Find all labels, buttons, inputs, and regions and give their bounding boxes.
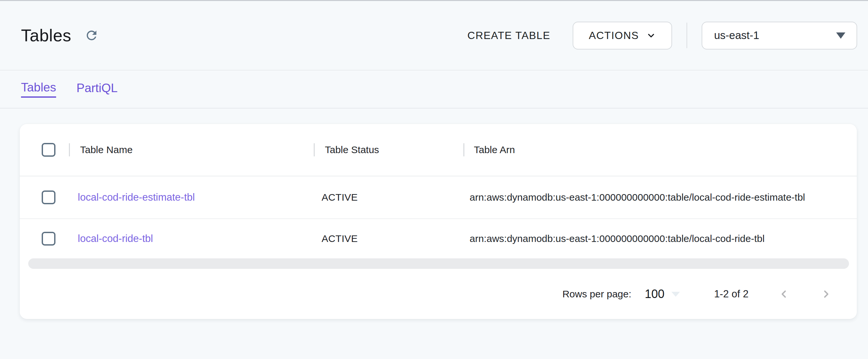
chevron-right-icon <box>820 288 832 300</box>
select-all-cell <box>20 143 69 157</box>
header-actions: CREATE TABLE ACTIONS us-east-1 <box>465 22 857 50</box>
column-header-table-status: Table Status <box>314 144 463 155</box>
refresh-button[interactable] <box>84 28 99 43</box>
table-name-link[interactable]: local-cod-ride-tbl <box>78 233 153 244</box>
horizontal-scrollbar-track <box>28 258 849 269</box>
column-divider <box>463 143 464 156</box>
chevron-left-icon <box>778 288 790 300</box>
table-arn-cell: arn:aws:dynamodb:us-east-1:000000000000:… <box>463 233 857 244</box>
table-row: local-cod-ride-tbl ACTIVE arn:aws:dynamo… <box>20 219 857 258</box>
create-table-button[interactable]: CREATE TABLE <box>465 26 552 45</box>
column-header-label: Table Name <box>69 144 314 155</box>
header-left: Tables <box>21 26 99 45</box>
main-content: Table Name Table Status Table Arn local-… <box>0 108 868 319</box>
tab-bar: Tables PartiQL <box>0 70 868 108</box>
column-header-table-name: Table Name <box>69 144 314 155</box>
column-header-label: Table Arn <box>463 144 847 155</box>
table-header-row: Table Name Table Status Table Arn <box>20 124 857 176</box>
table-name-link[interactable]: local-cod-ride-estimate-tbl <box>78 192 195 203</box>
tab-partiql[interactable]: PartiQL <box>76 81 118 97</box>
row-checkbox[interactable] <box>42 232 56 246</box>
row-checkbox[interactable] <box>42 191 56 204</box>
column-divider <box>69 143 70 156</box>
row-checkbox-cell <box>20 232 69 246</box>
column-header-table-arn: Table Arn <box>463 144 857 155</box>
tables-card: Table Name Table Status Table Arn local-… <box>20 124 857 319</box>
app-screen: Tables CREATE TABLE ACTIONS us-east-1 <box>0 0 868 359</box>
chevron-down-icon <box>646 31 656 40</box>
horizontal-scrollbar-thumb[interactable] <box>28 258 849 269</box>
region-select-value: us-east-1 <box>714 29 760 42</box>
arn-text: arn:aws:dynamodb:us-east-1:000000000000:… <box>470 233 765 244</box>
actions-button-label: ACTIONS <box>589 30 639 42</box>
header-divider <box>686 23 687 48</box>
rows-per-page-value: 100 <box>645 287 664 301</box>
page-title: Tables <box>21 26 71 45</box>
dropdown-arrow-icon <box>836 32 845 39</box>
actions-button[interactable]: ACTIONS <box>572 22 672 50</box>
rows-per-page-dropdown-icon <box>672 292 680 297</box>
page-header: Tables CREATE TABLE ACTIONS us-east-1 <box>0 1 868 70</box>
pagination-bar: Rows per page: 100 1-2 of 2 <box>20 269 857 319</box>
table-status-cell: ACTIVE <box>314 233 463 244</box>
refresh-icon <box>84 28 99 43</box>
row-checkbox-cell <box>20 191 69 204</box>
next-page-button[interactable] <box>819 288 833 301</box>
select-all-checkbox[interactable] <box>42 143 56 157</box>
rows-per-page-select[interactable]: 100 <box>645 287 680 301</box>
region-select[interactable]: us-east-1 <box>702 22 857 50</box>
pagination-range-label: 1-2 of 2 <box>714 288 748 300</box>
status-text: ACTIVE <box>321 233 358 244</box>
previous-page-button[interactable] <box>777 288 790 301</box>
column-header-label: Table Status <box>314 144 463 155</box>
arn-text: arn:aws:dynamodb:us-east-1:000000000000:… <box>470 192 805 203</box>
column-divider <box>314 143 315 156</box>
rows-per-page-label: Rows per page: <box>562 289 631 300</box>
tab-tables[interactable]: Tables <box>21 80 56 98</box>
status-text: ACTIVE <box>321 192 358 203</box>
table-arn-cell: arn:aws:dynamodb:us-east-1:000000000000:… <box>463 192 857 203</box>
table-name-cell: local-cod-ride-tbl <box>69 233 314 244</box>
table-row: local-cod-ride-estimate-tbl ACTIVE arn:a… <box>20 176 857 219</box>
table-status-cell: ACTIVE <box>314 192 463 203</box>
table-name-cell: local-cod-ride-estimate-tbl <box>69 192 314 203</box>
